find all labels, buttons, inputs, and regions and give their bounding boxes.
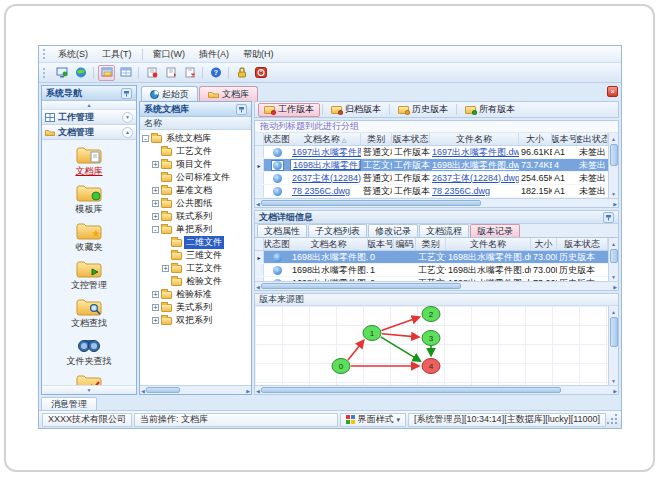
tree-item[interactable]: +基准文档 (142, 184, 251, 197)
column-header[interactable]: 大小 (519, 133, 552, 145)
doc-name-cell[interactable]: 1697出水嘴零件图.dwg (290, 146, 361, 158)
chevron-down-icon[interactable] (122, 112, 133, 123)
column-header[interactable]: 版本号 (552, 133, 577, 145)
scroll-up-icon[interactable] (611, 306, 616, 316)
version-graph-canvas[interactable]: 01234 (255, 306, 608, 385)
tab-sub-doc-list[interactable]: 子文档列表 (308, 224, 367, 237)
table-row[interactable]: 78 2356C.dwg 普通文档 工作版本 78 2356C.dwg 182.… (255, 185, 608, 198)
nav-scroll-up[interactable] (42, 101, 136, 110)
nav-scroll-down[interactable] (42, 385, 136, 394)
chevron-up-icon[interactable] (122, 127, 133, 138)
tree-item[interactable]: 工艺文件 (142, 145, 251, 158)
version-node[interactable]: 3 (422, 331, 440, 346)
menu-system[interactable]: 系统(S) (51, 47, 95, 62)
scroll-down-icon[interactable] (611, 375, 616, 385)
scroll-down-icon[interactable] (611, 188, 616, 198)
globe-icon[interactable] (72, 65, 89, 81)
table-row[interactable]: 1697出水嘴零件图.dwg 普通文档 工作版本 1697出水嘴零件图.dwg … (255, 146, 608, 159)
lock-icon[interactable] (233, 65, 250, 81)
table-row[interactable]: 2637主体(12284).dwg 普通文档 工作版本 2637主体(12284… (255, 172, 608, 185)
collapse-toggle-icon[interactable]: - (142, 135, 149, 142)
nav-group-work[interactable]: 工作管理 (42, 110, 136, 125)
scrollbar-thumb[interactable] (261, 387, 561, 393)
monitor-icon[interactable] (53, 65, 70, 81)
tree-item[interactable]: +双把系列 (142, 314, 251, 327)
nav-item-checked-out-docs[interactable]: 签出的文档 (42, 371, 136, 385)
file-name-cell[interactable]: 1697出水嘴零件图.dwg (430, 146, 519, 158)
tree-item[interactable]: +公共图纸 (142, 197, 251, 210)
scroll-left-icon[interactable] (256, 198, 260, 208)
all-versions-button[interactable]: 所有版本 (459, 103, 521, 117)
scroll-up-icon[interactable] (611, 238, 616, 248)
file-name-cell[interactable]: 1698出水嘴零件图.dwg (446, 264, 531, 276)
menu-tools[interactable]: 工具(T) (95, 47, 139, 62)
nav-item-folder-search[interactable]: 文件夹查找 (42, 333, 136, 369)
doc-name-cell[interactable]: 2637主体(12284).dwg (290, 172, 361, 184)
tab-start-page[interactable]: 起始页 (141, 86, 198, 101)
nav-item-favorites[interactable]: ★ 收藏夹 (42, 219, 136, 255)
scrollbar-thumb[interactable] (261, 200, 481, 206)
window-grid-icon[interactable] (117, 65, 134, 81)
group-by-panel[interactable]: 拖动列标题到此进行分组 (255, 121, 618, 133)
doc-name-cell[interactable]: 78 2356C.dwg (290, 185, 361, 197)
doc-name-cell[interactable]: 1698出水嘴零件图.dwg (290, 264, 368, 276)
expand-toggle-icon[interactable]: + (162, 265, 169, 272)
scrollbar-thumb[interactable] (261, 283, 461, 289)
tab-doc-library[interactable]: 文档库 (199, 86, 258, 101)
column-header-sorted[interactable]: 文档名称 (290, 133, 361, 145)
tree-item[interactable]: +检验标准 (142, 288, 251, 301)
expand-toggle-icon[interactable]: + (152, 213, 159, 220)
pin-icon[interactable] (236, 104, 247, 115)
tree-item[interactable]: +美式系列 (142, 301, 251, 314)
column-header[interactable]: 类别 (416, 238, 446, 250)
version-node[interactable]: 1 (363, 326, 381, 341)
grid-vertical-scrollbar[interactable] (608, 238, 618, 281)
scroll-left-icon[interactable] (256, 281, 260, 291)
doc-name-cell[interactable]: 1698出水嘴零件图.dwg (290, 251, 368, 263)
scroll-right-icon[interactable] (613, 281, 617, 291)
column-header[interactable]: 状态图 (264, 133, 290, 145)
interface-style-dropdown[interactable]: 界面样式 (340, 413, 407, 427)
expand-toggle-icon[interactable]: + (152, 187, 159, 194)
tree-item[interactable]: +工艺文件 (142, 262, 251, 275)
column-header[interactable]: 签出状态 (577, 133, 608, 145)
tree-item[interactable]: -单把系列 (142, 223, 251, 236)
doc-name-cell[interactable]: 1698出水嘴零件图.dwg (293, 159, 361, 171)
column-header[interactable]: 版本状态 (557, 238, 608, 250)
version-node[interactable]: 4 (422, 359, 440, 374)
folder-window-icon[interactable] (98, 65, 115, 81)
column-header[interactable]: 版本状态 (392, 133, 430, 145)
scrollbar-thumb[interactable] (610, 249, 618, 263)
table-row-selected[interactable]: 1698出水嘴零件图.dwg 工艺文件 工作版本 1698出水嘴零件图.dwg … (255, 159, 608, 172)
expand-toggle-icon[interactable]: + (152, 200, 159, 207)
resize-grip[interactable] (608, 414, 618, 426)
column-header[interactable]: 文件名称 (446, 238, 531, 250)
menu-help[interactable]: 帮助(H) (236, 47, 281, 62)
nav-group-doc[interactable]: 文档管理 (42, 125, 136, 140)
grid-vertical-scrollbar[interactable] (608, 133, 618, 198)
tab-message-management[interactable]: 消息管理 (41, 397, 97, 410)
tree-item[interactable]: 公司标准文件 (142, 171, 251, 184)
grid-horizontal-scrollbar[interactable] (255, 281, 618, 290)
graph-horizontal-scrollbar[interactable] (255, 385, 618, 394)
help-icon[interactable]: ? (207, 65, 224, 81)
scroll-left-icon[interactable] (256, 385, 260, 395)
column-header[interactable]: 文档名称 (290, 238, 368, 250)
pin-icon[interactable] (603, 212, 614, 223)
tree-item[interactable]: +联式系列 (142, 210, 251, 223)
version-node[interactable]: 2 (422, 307, 440, 322)
table-row-selected[interactable]: 1698出水嘴零件图.dwg 0 工艺文件 1698出水嘴零件图.dwg 73.… (255, 251, 608, 264)
expand-toggle-icon[interactable]: + (152, 161, 159, 168)
exit-icon[interactable] (252, 65, 269, 81)
column-header[interactable]: 版本号 (368, 238, 394, 250)
collapse-toggle-icon[interactable]: - (152, 226, 159, 233)
tree-column-header[interactable]: 名称 (140, 117, 251, 130)
column-header[interactable]: 编码 (394, 238, 416, 250)
file-name-cell[interactable]: 1698出水嘴零件图.dwg (430, 159, 519, 171)
pin-icon[interactable] (121, 88, 132, 99)
expand-toggle-icon[interactable]: + (152, 304, 159, 311)
expand-toggle-icon[interactable]: + (152, 317, 159, 324)
scroll-right-icon[interactable] (246, 385, 250, 395)
tree-horizontal-scrollbar[interactable] (140, 385, 251, 394)
nav-item-doc-library[interactable]: 文档库 (42, 143, 136, 179)
